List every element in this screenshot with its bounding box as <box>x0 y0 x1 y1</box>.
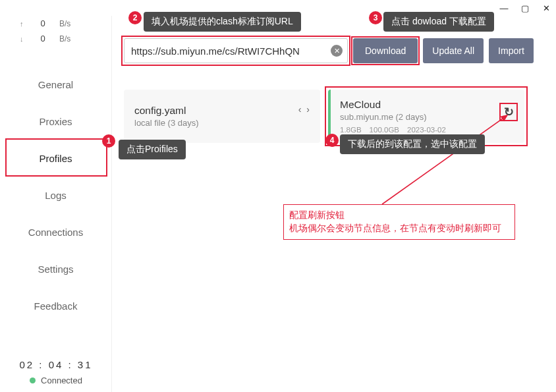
nav-proxies[interactable]: Proxies <box>0 103 111 140</box>
annotation-1: 点击Proifiles <box>119 140 186 159</box>
step-badge-1: 1 <box>102 134 115 148</box>
arrow-down-icon: ↓ <box>20 35 33 43</box>
nav-settings[interactable]: Settings <box>0 250 111 287</box>
download-value: 0 <box>33 34 53 43</box>
connection-label: Connected <box>41 376 82 385</box>
nav-feedback[interactable]: Feedback <box>0 287 111 324</box>
step-badge-3: 3 <box>369 11 382 24</box>
clock: 02 : 04 : 31 <box>0 359 112 370</box>
remote-meta: 1.8GB 100.0GB 2023-03-02 <box>340 126 446 134</box>
nav-general[interactable]: General <box>0 66 111 103</box>
window-close-icon[interactable]: ✕ <box>542 3 551 13</box>
update-all-button[interactable]: Update All <box>423 38 484 63</box>
download-button[interactable]: Download <box>353 38 418 63</box>
step-badge-2: 2 <box>128 11 142 24</box>
note-line-2: 机场偶尔会变动节点信息，在节点有变动时刷新即可 <box>289 222 509 235</box>
status-dot-icon <box>30 378 36 383</box>
window-minimize-icon[interactable]: — <box>499 3 509 13</box>
nav-profiles[interactable]: Profiles <box>0 140 111 177</box>
upload-unit: B/s <box>59 19 70 28</box>
download-speed: ↓ 0 B/s <box>0 31 111 46</box>
profile-card-local[interactable]: config.yaml local file (3 days) ‹ › <box>124 90 320 143</box>
remote-total: 100.0GB <box>370 126 399 134</box>
note-line-1: 配置刷新按钮 <box>289 209 509 222</box>
connection-status: Connected <box>0 376 112 385</box>
annotation-4: 下载后的到该配置，选中该配置 <box>340 134 485 154</box>
step-badge-4: 4 <box>325 134 339 147</box>
window-maximize-icon[interactable]: ▢ <box>520 3 530 13</box>
status-block: 02 : 04 : 31 Connected <box>0 359 112 385</box>
remote-date: 2023-03-02 <box>407 126 446 134</box>
nav-connections[interactable]: Connections <box>0 213 111 250</box>
clear-input-icon[interactable]: ✕ <box>331 45 343 57</box>
annotation-3: 点击 dowload 下载配置 <box>383 12 494 32</box>
upload-value: 0 <box>33 18 53 28</box>
url-field-wrap: ✕ <box>124 38 348 63</box>
local-sub: local file (3 days) <box>134 118 199 128</box>
note-box: 配置刷新按钮 机场偶尔会变动节点信息，在节点有变动时刷新即可 <box>283 204 515 240</box>
nav-logs[interactable]: Logs <box>0 177 111 213</box>
remote-title: MeCloud <box>340 99 446 111</box>
nav: General Proxies Profiles Logs Connection… <box>0 66 111 324</box>
sidebar: ↑ 0 B/s ↓ 0 B/s General Proxies Profiles… <box>0 16 112 392</box>
download-unit: B/s <box>59 34 70 43</box>
import-button[interactable]: Import <box>489 38 534 63</box>
annotation-2: 填入机场提供的clash标准订阅URL <box>144 12 301 32</box>
arrow-up-icon: ↑ <box>20 20 33 28</box>
remote-used: 1.8GB <box>340 126 362 134</box>
remote-sub: sub.miyun.me (2 days) <box>340 112 446 122</box>
upload-speed: ↑ 0 B/s <box>0 16 111 31</box>
download-label: Download <box>365 45 406 56</box>
drag-handle-icon[interactable]: ‹ › <box>298 104 311 115</box>
topbar: ✕ Download Update All Import <box>124 38 544 63</box>
refresh-profile-icon[interactable]: ↻ <box>499 103 518 121</box>
subscription-url-input[interactable] <box>124 38 348 63</box>
local-title: config.yaml <box>134 105 199 117</box>
